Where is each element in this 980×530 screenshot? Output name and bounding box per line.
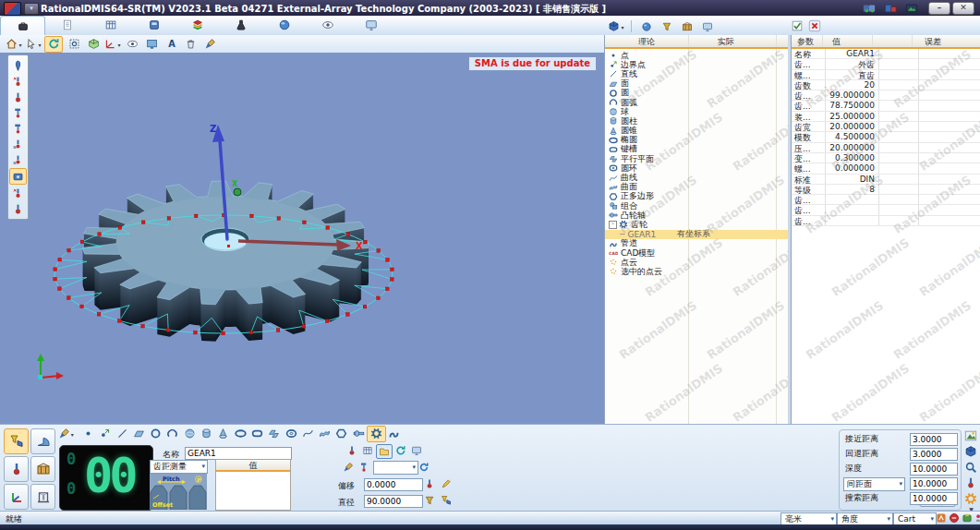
tab-grid[interactable]	[89, 16, 132, 34]
probe-brush-button[interactable]	[201, 37, 218, 52]
feature-parallel-planes[interactable]	[266, 427, 283, 441]
probe-mode-4[interactable]	[10, 121, 26, 136]
probe-mode-2[interactable]	[10, 90, 26, 104]
tab-graphics[interactable]	[175, 16, 219, 34]
feature-camshaft[interactable]	[350, 427, 367, 441]
report-check-icon[interactable]	[791, 19, 804, 34]
titlebar-menu-icon[interactable]: ▾	[24, 3, 39, 15]
distance-input-4[interactable]	[910, 492, 958, 505]
erase-button[interactable]	[182, 37, 199, 52]
param-row-名称[interactable]: 名称GEAR1	[792, 49, 980, 59]
units-select[interactable]: 毫米	[780, 512, 837, 525]
annotation-button[interactable]: A	[163, 37, 179, 52]
feature-sphere-button[interactable]	[638, 19, 655, 34]
tree-item-面[interactable]: 面	[605, 79, 789, 89]
close-button[interactable]: ✕	[952, 2, 974, 15]
param-row-齿...[interactable]: 齿...99.000000	[792, 90, 980, 101]
tab-measure[interactable]	[0, 16, 45, 35]
param-row-齿...[interactable]: 齿...	[792, 205, 980, 215]
pin-button[interactable]	[10, 58, 26, 73]
screen-button[interactable]	[699, 19, 716, 34]
feature-point[interactable]	[79, 427, 96, 441]
tray-machine-icon[interactable]	[905, 2, 921, 13]
coord-select[interactable]: Cart	[893, 512, 937, 525]
calibration-mode-button[interactable]	[30, 428, 55, 454]
feature-curve[interactable]	[299, 427, 316, 441]
mini-tab-panel[interactable]	[376, 444, 393, 459]
offset-input[interactable]	[364, 478, 423, 491]
probe-angle-icon[interactable]	[343, 462, 354, 475]
tab-system[interactable]	[349, 16, 393, 34]
param-row-齿...[interactable]: 齿...	[792, 195, 980, 205]
probe-tip-icon[interactable]	[358, 462, 369, 475]
status-machine-icon[interactable]	[949, 512, 961, 524]
tree-item-直线[interactable]: 直线	[605, 69, 789, 78]
feature-cube-button[interactable]	[608, 19, 624, 34]
feature-polygon[interactable]	[333, 427, 350, 441]
probe-mode-6[interactable]	[10, 152, 26, 167]
offset-capture-icon[interactable]	[424, 478, 435, 491]
model-view-button[interactable]	[963, 444, 978, 459]
tree-item-选中的点云[interactable]: 选中的点云	[605, 267, 789, 276]
tab-report[interactable]	[45, 16, 89, 34]
feature-line[interactable]	[114, 427, 130, 441]
probe-path-button[interactable]	[57, 427, 74, 441]
param-row-变...[interactable]: 变...0.300000	[792, 153, 980, 163]
feature-plane[interactable]	[130, 427, 147, 441]
param-row-齿...[interactable]: 齿...外齿	[792, 59, 980, 69]
probe-manager-button[interactable]	[4, 456, 29, 482]
probe-rack-button[interactable]	[679, 19, 696, 34]
probe-mode-3[interactable]	[10, 105, 26, 120]
param-row-等级[interactable]: 等级8	[792, 185, 980, 195]
refresh-icon[interactable]	[418, 462, 430, 475]
param-row-装...[interactable]: 装...25.000000	[792, 112, 980, 122]
feature-ellipse[interactable]	[232, 427, 248, 441]
snapshot-button[interactable]	[963, 428, 978, 443]
status-dro-icon[interactable]	[936, 512, 948, 524]
filter-button[interactable]	[659, 19, 675, 34]
visibility-button[interactable]	[124, 37, 140, 52]
iso-view-button[interactable]	[85, 37, 102, 52]
feature-circle[interactable]	[147, 427, 163, 441]
rack-manager-button[interactable]	[30, 456, 55, 482]
status-tool-icon[interactable]	[962, 512, 974, 524]
tree-item-圆弧[interactable]: 圆弧	[605, 98, 789, 107]
tip-select[interactable]	[373, 461, 418, 475]
feature-sphere[interactable]	[181, 427, 198, 441]
mini-tab-rotate[interactable]	[393, 444, 408, 457]
feature-slot[interactable]	[248, 427, 265, 441]
coordinate-mode-button[interactable]	[4, 484, 29, 510]
mini-tab-probe[interactable]	[345, 444, 359, 457]
probe-mode-9[interactable]	[10, 201, 26, 216]
distance-input-1[interactable]	[910, 448, 958, 461]
tab-tools[interactable]	[219, 16, 262, 34]
probe-mode-5[interactable]	[10, 137, 26, 151]
feature-arc[interactable]	[164, 427, 181, 441]
param-row-齿...[interactable]: 齿...	[792, 216, 980, 226]
feature-torus[interactable]	[283, 427, 299, 441]
feature-pipe[interactable]	[386, 427, 403, 441]
feature-cone[interactable]	[215, 427, 232, 441]
panel-splitter[interactable]	[788, 35, 791, 424]
feature-cylinder[interactable]	[198, 427, 214, 441]
home-view-button[interactable]	[6, 37, 22, 52]
param-row-压...[interactable]: 压...20.000000	[792, 143, 980, 153]
panel-close-icon[interactable]	[808, 19, 821, 34]
diameter-filter2-icon[interactable]	[441, 495, 452, 508]
diameter-filter-icon[interactable]	[424, 495, 435, 508]
param-row-螺...[interactable]: 螺...0.000000	[792, 163, 980, 174]
probe-mode-1[interactable]	[10, 74, 26, 89]
param-row-齿数[interactable]: 齿数20	[792, 80, 980, 90]
tab-display[interactable]	[306, 16, 349, 34]
param-row-齿宽[interactable]: 齿宽20.000000	[792, 122, 980, 132]
display-mode-button[interactable]	[143, 37, 160, 52]
param-row-螺...[interactable]: 螺...直齿	[792, 70, 980, 80]
tray-windows-icon[interactable]	[884, 2, 900, 13]
probe-mode-8[interactable]	[10, 186, 26, 200]
spacing-face-select[interactable]: 间距面	[843, 477, 905, 491]
measure-method-select[interactable]: 齿距测量	[150, 460, 208, 474]
distance-input-2[interactable]	[910, 463, 958, 476]
mini-tab-screen[interactable]	[409, 444, 424, 457]
feature-gear[interactable]	[367, 426, 385, 442]
minimize-button[interactable]: –	[928, 2, 950, 15]
